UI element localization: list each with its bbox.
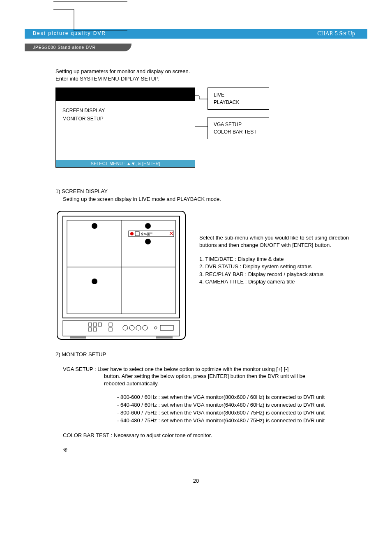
dvr-illustration: ※∞⊞ᴵᴵᴵ xyxy=(55,210,187,341)
select-submenu-text: Select the sub-menu which you would like… xyxy=(199,234,351,249)
sub-header: JPEG2000 Stand-alone DVR xyxy=(25,44,367,51)
section1-heading: 1) SCREEN DISPLAY xyxy=(55,188,351,194)
vga-line3: rebooted automatically. xyxy=(104,380,351,387)
intro-line1: Setting up parameters for monitor and di… xyxy=(55,68,351,75)
connector-svg-right xyxy=(195,88,228,141)
svg-point-16 xyxy=(92,279,97,284)
svg-point-13 xyxy=(92,223,97,229)
vga-opt-640-75: - 640-480 / 75Hz : set when the VGA moni… xyxy=(117,417,351,425)
list-item-camera-title: 4. CAMERA TITLE : Display camera title xyxy=(199,278,351,286)
menu-item-screen-display: SCREEN DISPLAY xyxy=(62,107,188,115)
vga-opt-640-60: - 640-480 / 60Hz : set when the VGA moni… xyxy=(117,401,351,409)
side-boxes: LIVE PLAYBACK VGA SETUP COLOR BAR TEST xyxy=(208,88,269,147)
screen-display-text: Select the sub-menu which you would like… xyxy=(199,210,351,286)
sub-header-tab: JPEG2000 Stand-alone DVR xyxy=(25,44,131,51)
connector-svg-left xyxy=(53,0,127,33)
page-number: 20 xyxy=(25,478,367,484)
display-options-list: 1. TIME/DATE : Display time & date 2. DV… xyxy=(199,256,351,286)
menu-box-body: SCREEN DISPLAY MONITOR SETUP xyxy=(56,101,195,159)
vga-line2: button. After setting the below option, … xyxy=(104,373,351,380)
page-content: Setting up parameters for monitor and di… xyxy=(25,51,367,453)
screen-display-row: ※∞⊞ᴵᴵᴵ xyxy=(55,210,351,341)
vga-opt-800-75: - 800-600 / 75Hz : set when the VGA moni… xyxy=(117,409,351,417)
menu-item-monitor-setup: MONITOR SETUP xyxy=(62,115,188,123)
menu-box-footer: SELECT MENU : ▲▼, & [ENTER] xyxy=(56,160,195,167)
header-right-chapter: CHAP. 5 Set Up xyxy=(131,29,367,39)
note-symbol: ※ xyxy=(63,447,351,453)
list-item-dvr-status: 2. DVR STATUS : Display system setting s… xyxy=(199,263,351,270)
vga-intro: VGA SETUP : User have to select one the … xyxy=(63,366,351,373)
menu-box: SCREEN DISPLAY MONITOR SETUP SELECT MENU… xyxy=(55,88,195,167)
menu-box-titlebar xyxy=(56,88,195,101)
svg-point-18 xyxy=(130,232,134,235)
svg-point-14 xyxy=(145,223,151,229)
vga-setup-text: VGA SETUP : User have to select one the … xyxy=(63,366,351,387)
color-bar-text: COLOR BAR TEST : Necessary to adjust col… xyxy=(63,432,351,438)
section2-heading: 2) MONITOR SETUP xyxy=(55,351,351,357)
svg-rect-36 xyxy=(70,336,86,339)
vga-opt-800-60: - 800-600 / 60Hz : set when the VGA moni… xyxy=(117,394,351,401)
status-bar-glyphs: ※∞⊞ᴵᴵᴵ xyxy=(141,232,152,236)
intro-line2: Enter into SYSTEM MENU-DIPLAY SETUP. xyxy=(55,75,351,83)
section1-desc: Setting up the screen display in LIVE mo… xyxy=(63,196,351,202)
svg-rect-22 xyxy=(63,320,180,336)
intro-text: Setting up parameters for monitor and di… xyxy=(55,68,351,83)
menu-diagram: SCREEN DISPLAY MONITOR SETUP SELECT MENU… xyxy=(55,88,351,167)
svg-point-15 xyxy=(145,239,151,244)
list-item-time-date: 1. TIME/DATE : Display time & date xyxy=(199,256,351,263)
monitor-setup-section: 2) MONITOR SETUP VGA SETUP : User have t… xyxy=(55,351,351,453)
list-item-rec-play-bar: 3. REC/PLAY BAR : Display record / playb… xyxy=(199,271,351,278)
vga-options: - 800-600 / 60Hz : set when the VGA moni… xyxy=(117,394,351,424)
svg-rect-37 xyxy=(156,336,173,339)
